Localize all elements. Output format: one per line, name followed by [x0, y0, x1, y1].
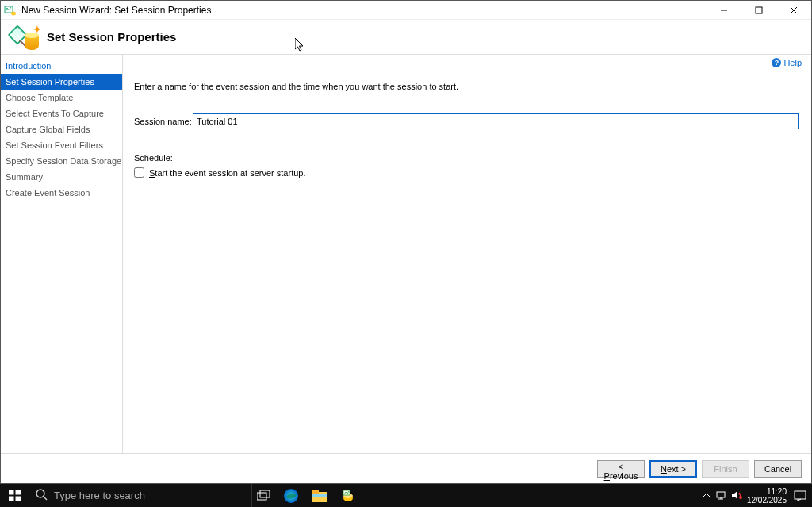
session-name-label: Session name: — [134, 117, 193, 126]
svg-point-26 — [739, 496, 742, 499]
wizard-window: New Session Wizard: Set Session Properti… — [0, 0, 812, 484]
previous-button[interactable]: < Previous — [597, 460, 645, 478]
step-summary[interactable]: Summary — [1, 169, 122, 185]
tray-network-icon[interactable] — [715, 490, 726, 501]
main-content: ? Help Enter a name for the event sessio… — [123, 55, 811, 453]
next-button[interactable]: Next > — [649, 460, 697, 478]
taskbar-search[interactable]: Type here to search — [29, 484, 252, 507]
taskbar-edge-icon[interactable] — [278, 484, 304, 507]
svg-point-1 — [11, 11, 16, 15]
step-create-event-session[interactable]: Create Event Session — [1, 185, 122, 201]
clock-date: 12/02/2025 — [747, 496, 787, 505]
search-icon — [35, 488, 48, 503]
notifications-button[interactable] — [791, 487, 809, 505]
footer: < Previous Next > Finish Cancel — [1, 453, 811, 483]
step-select-events[interactable]: Select Events To Capture — [1, 106, 122, 121]
step-choose-template[interactable]: Choose Template — [1, 90, 122, 106]
taskbar-explorer-icon[interactable] — [306, 484, 333, 507]
autostart-label[interactable]: Start the event session at server startu… — [149, 168, 306, 178]
clock-time: 11:20 — [747, 487, 787, 496]
svg-rect-16 — [312, 490, 319, 494]
help-label: Help — [783, 58, 802, 67]
svg-rect-21 — [717, 492, 725, 497]
wizard-icon: ✦ — [9, 23, 40, 52]
svg-rect-6 — [9, 490, 14, 495]
autostart-row: Start the event session at server startu… — [134, 167, 799, 178]
schedule-label: Schedule: — [134, 153, 799, 163]
finish-button: Finish — [702, 460, 749, 478]
taskbar-apps — [278, 484, 362, 507]
svg-rect-7 — [15, 490, 21, 495]
taskbar-clock[interactable]: 11:20 12/02/2025 — [747, 487, 787, 505]
window-controls — [707, 1, 811, 20]
minimize-button[interactable] — [707, 1, 741, 20]
system-tray: 11:20 12/02/2025 — [703, 487, 812, 505]
close-button[interactable] — [776, 1, 811, 20]
step-set-session-properties[interactable]: Set Session Properties — [1, 74, 122, 90]
svg-rect-17 — [312, 494, 327, 497]
app-icon — [4, 4, 17, 17]
svg-rect-3 — [756, 7, 762, 13]
svg-rect-8 — [9, 497, 14, 502]
titlebar: New Session Wizard: Set Session Properti… — [1, 1, 811, 20]
task-view-button[interactable] — [252, 484, 276, 507]
step-introduction[interactable]: Introduction — [1, 58, 122, 74]
page-title: Set Session Properties — [47, 30, 176, 44]
step-capture-global-fields[interactable]: Capture Global Fields — [1, 121, 122, 137]
step-data-storage[interactable]: Specify Session Data Storage — [1, 153, 122, 169]
step-set-event-filters[interactable]: Set Session Event Filters — [1, 137, 122, 153]
window-title: New Session Wizard: Set Session Properti… — [21, 5, 707, 16]
svg-marker-24 — [732, 491, 737, 499]
sidebar: Introduction Set Session Properties Choo… — [1, 55, 123, 453]
search-placeholder: Type here to search — [54, 490, 145, 501]
svg-point-10 — [36, 490, 44, 497]
maximize-button[interactable] — [741, 1, 776, 20]
svg-rect-27 — [795, 491, 806, 499]
taskbar-ssms-icon[interactable] — [335, 484, 362, 507]
help-icon: ? — [772, 58, 781, 67]
svg-rect-13 — [260, 490, 270, 497]
instruction-text: Enter a name for the event session and t… — [134, 82, 799, 91]
svg-line-11 — [44, 497, 47, 500]
svg-rect-9 — [15, 497, 21, 502]
taskbar: Type here to search 11:20 12/02/2025 — [0, 484, 812, 507]
wizard-body: Introduction Set Session Properties Choo… — [1, 55, 811, 453]
svg-rect-12 — [257, 493, 266, 500]
session-name-row: Session name: — [134, 113, 799, 129]
cancel-button[interactable]: Cancel — [754, 460, 802, 478]
tray-chevron-icon[interactable] — [703, 491, 710, 501]
wizard-header: ✦ Set Session Properties — [1, 20, 811, 55]
autostart-checkbox[interactable] — [134, 167, 144, 178]
session-name-input[interactable] — [193, 113, 799, 129]
start-button[interactable] — [0, 484, 29, 507]
help-link[interactable]: ? Help — [772, 58, 802, 67]
tray-volume-icon[interactable] — [731, 490, 742, 501]
